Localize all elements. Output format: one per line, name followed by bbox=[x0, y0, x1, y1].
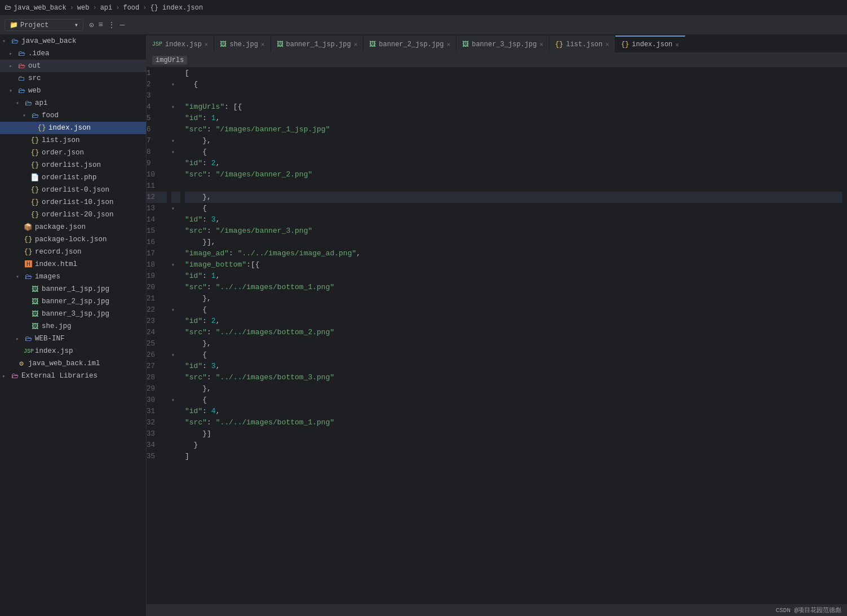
sidebar-item-out[interactable]: ▸ 🗁 out bbox=[0, 60, 146, 72]
orderlist-20-label: orderlist-20.json bbox=[42, 211, 144, 219]
sidebar-item-she[interactable]: 🖼 she.jpg bbox=[0, 320, 146, 333]
fold-22[interactable]: ▾ bbox=[171, 304, 180, 316]
sidebar-item-iml[interactable]: ⚙ java_web_back.iml bbox=[0, 357, 146, 370]
sidebar-item-index-json[interactable]: {} index.json bbox=[0, 122, 146, 134]
sidebar-item-banner3[interactable]: 🖼 banner_3_jsp.jpg bbox=[0, 308, 146, 320]
orderlist-php-label: orderlist.php bbox=[42, 174, 144, 181]
breadcrumb-imgurls[interactable]: imgUrls bbox=[152, 56, 187, 65]
sidebar-item-orderlist-10[interactable]: {} orderlist-10.json bbox=[0, 196, 146, 209]
sidebar-item-idea[interactable]: ▸ 🗁 .idea bbox=[0, 47, 146, 60]
fold-icon-13[interactable]: ▾ bbox=[171, 205, 175, 212]
sidebar-item-orderlist-20[interactable]: {} orderlist-20.json bbox=[0, 209, 146, 221]
line-num-19: 19 bbox=[147, 271, 167, 282]
fold-16 bbox=[171, 237, 180, 248]
code-editor[interactable]: 1234567891011121314151617181920212223242… bbox=[147, 68, 847, 604]
tab-index-json-label: index.json bbox=[632, 41, 672, 48]
tab-index-json-close[interactable]: ✕ bbox=[675, 41, 679, 48]
sidebar-item-web[interactable]: ▾ 🗁 web bbox=[0, 85, 146, 97]
fold-icon-18[interactable]: ▾ bbox=[171, 262, 175, 268]
line-num-14: 14 bbox=[147, 214, 167, 225]
fold-icon-22[interactable]: ▾ bbox=[171, 307, 175, 313]
breadcrumb-food: food bbox=[123, 4, 139, 12]
sidebar-item-orderlist-0[interactable]: {} orderlist-0.json bbox=[0, 184, 146, 196]
tab-banner1-close[interactable]: ✕ bbox=[354, 41, 358, 48]
root-arrow: ▾ bbox=[2, 38, 10, 45]
tab-index-jsp-label: index.jsp bbox=[165, 41, 202, 48]
sidebar-item-record-json[interactable]: {} record.json bbox=[0, 246, 146, 258]
idea-arrow: ▸ bbox=[9, 50, 17, 57]
fold-2[interactable]: ▾ bbox=[171, 79, 180, 90]
line-num-1: 1 bbox=[147, 68, 167, 79]
sidebar-item-orderlist-json[interactable]: {} orderlist.json bbox=[0, 159, 146, 171]
root-label: java_web_back bbox=[21, 37, 144, 45]
sidebar-item-food[interactable]: ▾ 🗁 food bbox=[0, 109, 146, 122]
toolbar-target-icon[interactable]: ⊙ bbox=[89, 20, 94, 30]
iml-label: java_web_back.iml bbox=[28, 360, 144, 367]
toolbar-settings-icon[interactable]: ≡ bbox=[98, 20, 103, 30]
fold-4[interactable]: ▾ bbox=[171, 101, 180, 113]
tab-banner2-label: banner_2_jsp.jpg bbox=[379, 41, 444, 48]
tab-list-close[interactable]: ✕ bbox=[605, 41, 609, 48]
fold-1 bbox=[171, 68, 180, 79]
line-num-30: 30 bbox=[147, 395, 167, 406]
fold-15 bbox=[171, 225, 180, 237]
tab-she-jpg[interactable]: 🖼 she.jpg ✕ bbox=[214, 36, 270, 52]
code-line-4: "imgUrls": [{ bbox=[185, 101, 842, 113]
order-json-icon: {} bbox=[30, 149, 39, 157]
tab-she-close[interactable]: ✕ bbox=[261, 41, 265, 48]
line-num-20: 20 bbox=[147, 282, 167, 293]
sidebar-item-list-json[interactable]: {} list.json bbox=[0, 134, 146, 147]
banner3-icon: 🖼 bbox=[30, 310, 39, 318]
fold-gutter: ▾▾▾▾▾▾▾▾▾ bbox=[171, 68, 180, 604]
webinf-arrow: ▸ bbox=[16, 335, 24, 342]
fold-icon-26[interactable]: ▾ bbox=[171, 352, 175, 358]
toolbar-minimize-icon[interactable]: — bbox=[120, 20, 125, 30]
fold-30[interactable]: ▾ bbox=[171, 395, 180, 406]
tab-banner2-close[interactable]: ✕ bbox=[447, 41, 451, 48]
sidebar-item-order-json[interactable]: {} order.json bbox=[0, 147, 146, 159]
sidebar-item-images[interactable]: ▾ 🗁 images bbox=[0, 271, 146, 283]
tab-banner3[interactable]: 🖼 banner_3_jsp.jpg ✕ bbox=[456, 36, 549, 52]
tab-index-jsp[interactable]: JSP index.jsp ✕ bbox=[147, 36, 214, 52]
sidebar-item-package-json[interactable]: 📦 package.json bbox=[0, 221, 146, 233]
sidebar-root[interactable]: ▾ 🗁 java_web_back bbox=[0, 35, 146, 47]
fold-17 bbox=[171, 248, 180, 259]
tab-banner3-icon: 🖼 bbox=[462, 40, 469, 48]
fold-icon-7[interactable]: ▾ bbox=[171, 138, 175, 144]
sidebar-item-api[interactable]: ▾ 🗁 api bbox=[0, 97, 146, 109]
fold-icon-8[interactable]: ▾ bbox=[171, 149, 175, 156]
sidebar-item-package-lock[interactable]: {} package-lock.json bbox=[0, 233, 146, 246]
code-line-6: "src": "/images/banner_1_jsp.jpg" bbox=[185, 124, 842, 135]
fold-icon-4[interactable]: ▾ bbox=[171, 104, 175, 110]
toolbar-more-icon[interactable]: ⋮ bbox=[108, 20, 116, 30]
sidebar-item-index-html[interactable]: 🅷 index.html bbox=[0, 258, 146, 271]
sidebar-item-orderlist-php[interactable]: 📄 orderlist.php bbox=[0, 171, 146, 184]
tab-banner3-close[interactable]: ✕ bbox=[539, 41, 543, 48]
tab-banner1[interactable]: 🖼 banner_1_jsp.jpg ✕ bbox=[271, 36, 364, 52]
sidebar-item-index-jsp[interactable]: JSP index.jsp bbox=[0, 345, 146, 357]
tab-banner2[interactable]: 🖼 banner_2_jsp.jpg ✕ bbox=[363, 36, 456, 52]
project-selector[interactable]: 📁 Project ▾ bbox=[5, 19, 83, 31]
tab-index-jsp-close[interactable]: ✕ bbox=[205, 41, 209, 48]
idea-label: .idea bbox=[28, 50, 144, 57]
fold-icon-30[interactable]: ▾ bbox=[171, 397, 175, 404]
sidebar-item-src[interactable]: 🗀 src bbox=[0, 72, 146, 85]
fold-8[interactable]: ▾ bbox=[171, 147, 180, 158]
fold-7[interactable]: ▾ bbox=[171, 135, 180, 147]
sidebar-item-external[interactable]: ▸ 🗁 External Libraries bbox=[0, 370, 146, 382]
fold-icon-2[interactable]: ▾ bbox=[171, 81, 175, 88]
sidebar-item-banner1[interactable]: 🖼 banner_1_jsp.jpg bbox=[0, 283, 146, 295]
fold-13[interactable]: ▾ bbox=[171, 203, 180, 214]
tab-banner3-label: banner_3_jsp.jpg bbox=[472, 41, 536, 48]
sidebar-item-banner2[interactable]: 🖼 banner_2_jsp.jpg bbox=[0, 295, 146, 308]
tab-jsp-icon: JSP bbox=[152, 41, 162, 47]
index-html-icon: 🅷 bbox=[24, 260, 33, 269]
tab-list-json[interactable]: {} list.json ✕ bbox=[549, 36, 615, 52]
code-content[interactable]: [ { "imgUrls": [{ "id": 1, "src": "/imag… bbox=[180, 68, 847, 604]
tab-index-json[interactable]: {} index.json ✕ bbox=[615, 36, 685, 52]
fold-18[interactable]: ▾ bbox=[171, 259, 180, 271]
sidebar-item-webinf[interactable]: ▸ 🗁 WEB-INF bbox=[0, 333, 146, 345]
code-line-14: "id": 3, bbox=[185, 214, 842, 225]
fold-26[interactable]: ▾ bbox=[171, 349, 180, 361]
order-json-label: order.json bbox=[42, 149, 144, 157]
